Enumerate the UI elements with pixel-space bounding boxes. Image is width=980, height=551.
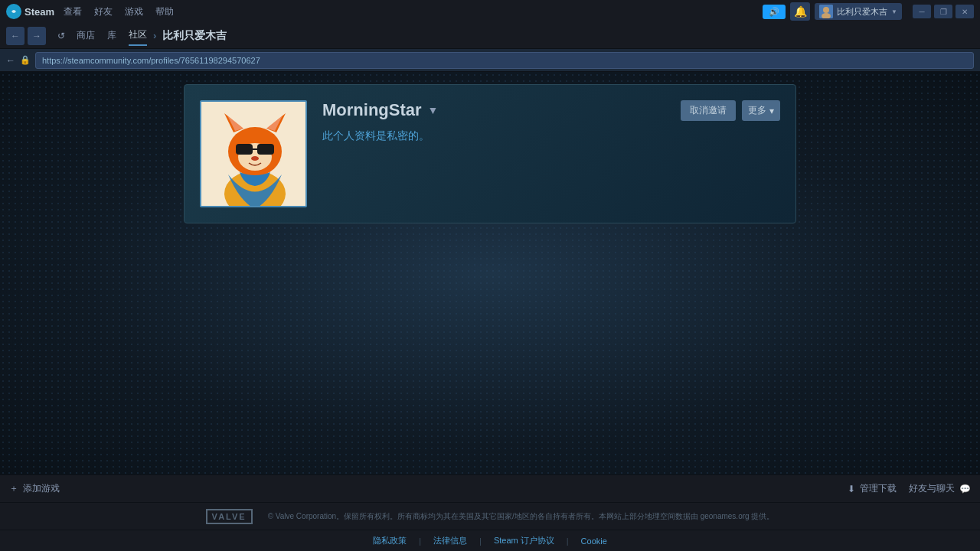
menu-store[interactable]: 商店 — [77, 26, 95, 45]
steam-logo: Steam — [6, 4, 54, 19]
svg-rect-12 — [236, 144, 253, 155]
lock-icon: 🔒 — [20, 55, 31, 65]
more-label: 更多 — [748, 104, 766, 117]
main-content: MorningStar ▼ 此个人资料是私密的。 取消邀请 更多 ▾ — [0, 72, 980, 474]
add-game-label: 添加游戏 — [23, 482, 60, 495]
friends-icon: 💬 — [959, 484, 971, 494]
footer-links: 隐私政策 | 法律信息 | Steam 订户协议 | Cookie — [0, 530, 980, 551]
profile-avatar — [200, 100, 307, 207]
title-bar-nav: 查看 好友 游戏 帮助 — [64, 5, 174, 18]
breadcrumb-sep: › — [153, 30, 156, 41]
friends-label: 好友与聊天 — [909, 482, 955, 495]
volume-button[interactable]: 🔊 — [763, 5, 786, 19]
legal-link[interactable]: 法律信息 — [433, 535, 467, 546]
address-input[interactable] — [35, 52, 974, 69]
profile-card: MorningStar ▼ 此个人资料是私密的。 取消邀请 更多 ▾ — [184, 84, 796, 223]
valve-logo: VALVE — [206, 509, 253, 524]
profile-private-message: 此个人资料是私密的。 — [322, 129, 780, 143]
svg-point-2 — [823, 7, 829, 13]
title-bar-left: Steam 查看 好友 游戏 帮助 — [6, 4, 174, 19]
volume-icon: 🔊 — [769, 7, 779, 17]
address-bar: ← 🔒 — [0, 49, 980, 72]
profile-actions: 取消邀请 更多 ▾ — [681, 100, 780, 121]
title-bar-right: 🔊 🔔 比利只爱木吉 ▼ ─ ❐ ✕ — [763, 2, 974, 21]
svg-rect-13 — [257, 144, 274, 155]
privacy-link[interactable]: 隐私政策 — [373, 535, 407, 546]
download-icon: ⬇ — [848, 484, 855, 494]
breadcrumb: › 比利只爱木吉 — [153, 29, 227, 43]
user-name: 比利只爱木吉 — [837, 6, 887, 18]
nav-menu: 商店 库 社区 — [77, 25, 147, 46]
chevron-down-icon: ▼ — [891, 8, 897, 15]
download-button[interactable]: ⬇ 管理下载 — [848, 482, 897, 495]
nav-view[interactable]: 查看 — [64, 5, 82, 18]
nav-help[interactable]: 帮助 — [155, 5, 174, 18]
steam-label: Steam — [24, 6, 54, 18]
download-label: 管理下载 — [860, 482, 897, 495]
more-arrow-icon: ▾ — [769, 106, 774, 116]
nav-friends[interactable]: 好友 — [94, 5, 113, 18]
more-button[interactable]: 更多 ▾ — [742, 100, 780, 121]
forward-button[interactable]: → — [28, 27, 46, 45]
menu-library[interactable]: 库 — [107, 26, 116, 45]
footer-valve: VALVE © Valve Corporation。保留所有权利。所有商标均为其… — [0, 502, 980, 530]
nav-bar: ← → ↺ 商店 库 社区 › 比利只爱木吉 — [0, 23, 980, 49]
window-controls: ─ ❐ ✕ — [913, 5, 974, 18]
nav-games[interactable]: 游戏 — [125, 5, 143, 18]
steam-bottom-bar: ＋ 添加游戏 ⬇ 管理下载 好友与聊天 💬 — [0, 474, 980, 502]
bell-icon: 🔔 — [794, 5, 807, 18]
friends-chat-button[interactable]: 好友与聊天 💬 — [909, 482, 971, 495]
close-button[interactable]: ✕ — [956, 5, 974, 18]
notification-button[interactable]: 🔔 — [790, 2, 810, 21]
profile-dropdown-arrow[interactable]: ▼ — [428, 104, 439, 116]
subscriber-agreement-link[interactable]: Steam 订户协议 — [494, 535, 554, 546]
cookie-link[interactable]: Cookie — [581, 536, 607, 546]
svg-point-15 — [251, 156, 259, 161]
menu-community[interactable]: 社区 — [129, 25, 147, 46]
add-game-button[interactable]: ＋ 添加游戏 — [9, 482, 60, 495]
back-button[interactable]: ← — [6, 27, 24, 45]
nav-arrows: ← → — [6, 27, 46, 45]
breadcrumb-user: 比利只爱木吉 — [162, 29, 227, 43]
plus-icon: ＋ — [9, 482, 18, 495]
user-avatar-small — [819, 5, 833, 18]
addr-back-icon[interactable]: ← — [6, 55, 15, 66]
title-bar: Steam 查看 好友 游戏 帮助 🔊 🔔 比利只爱木吉 ▼ — [0, 0, 980, 23]
minimize-button[interactable]: ─ — [913, 5, 931, 18]
refresh-button[interactable]: ↺ — [52, 27, 70, 45]
steam-bar-right: ⬇ 管理下载 好友与聊天 💬 — [848, 482, 971, 495]
user-button[interactable]: 比利只爱木吉 ▼ — [815, 3, 902, 20]
steam-logo-icon — [6, 4, 21, 19]
cancel-invite-button[interactable]: 取消邀请 — [681, 100, 736, 121]
restore-button[interactable]: ❐ — [934, 5, 952, 18]
footer-copyright: © Valve Corporation。保留所有权利。所有商标均为其在美国及其它… — [268, 511, 775, 522]
profile-name: MorningStar — [322, 100, 422, 120]
